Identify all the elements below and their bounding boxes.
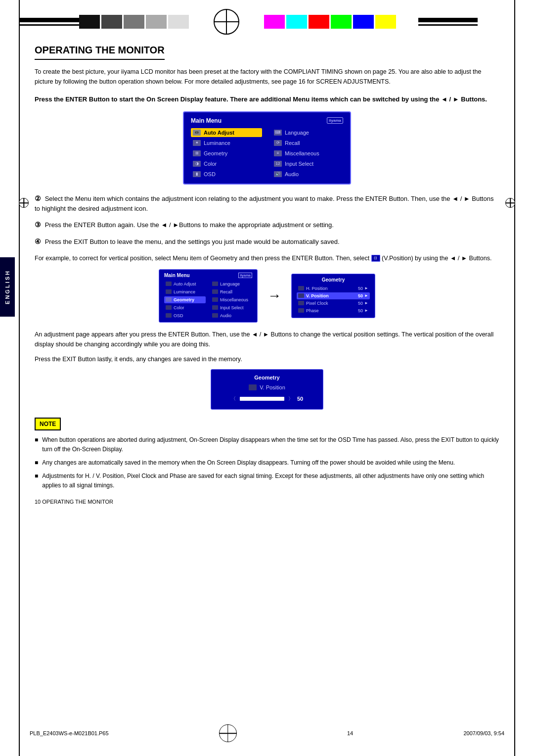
phase-icon: [298, 308, 304, 313]
step-3-number: ③: [35, 221, 41, 229]
step-2: ② Select the Menu item which contains th…: [35, 193, 499, 214]
note-section: NOTE ■ When button operations are aborte…: [35, 418, 499, 491]
v-position-icon: ⊡: [371, 255, 380, 262]
step-4-number: ④: [35, 237, 41, 245]
small-lang-label: Language: [220, 282, 240, 286]
small-item-geo: Geometry: [164, 296, 206, 303]
osd-item-audio: 🔊 Audio: [272, 170, 343, 179]
note-text-2: Any changes are automatically saved in t…: [42, 458, 455, 468]
note-text-1: When button operations are aborted durin…: [42, 435, 499, 454]
bold-instruction: Press the ENTER Button to start the On S…: [35, 94, 499, 104]
misc-icon: ≡: [274, 150, 282, 156]
footer-right: 2007/09/03, 9:54: [463, 730, 504, 736]
small-osd-icon: [166, 313, 172, 318]
osd-label-auto-adjust: Auto Adjust: [204, 130, 234, 136]
osd-item-recall: ⟳ Recall: [272, 139, 343, 147]
small-misc-icon: [212, 297, 218, 302]
geo-item-phase: Phase 50 ►: [297, 307, 370, 314]
color-block-red: [309, 15, 329, 29]
small-menu-title-text: Main Menu: [164, 273, 190, 278]
arrow-right: →: [267, 288, 281, 304]
small-item-input: Input Select: [211, 304, 252, 311]
top-decoration-bar: [0, 0, 534, 40]
small-input-icon: [212, 305, 218, 310]
color-block-yellow: [375, 15, 396, 29]
geo-pos-item: V. Position: [231, 384, 303, 390]
footer-center: 14: [347, 730, 353, 736]
osd-item-language: ⌨ Language: [272, 128, 343, 137]
color-block-mid: [124, 15, 144, 29]
thin-line: [20, 24, 79, 26]
small-geo-icon: [166, 297, 172, 302]
top-left-lines: [20, 18, 79, 26]
color-block-magenta: [264, 15, 285, 29]
geo-phase-val: 50 ►: [358, 308, 368, 313]
note-items: ■ When button operations are aborted dur…: [35, 435, 499, 491]
geometry-icon: ⊞: [193, 150, 201, 156]
page-number: 10 OPERATING THE MONITOR: [35, 499, 499, 505]
small-auto-label: Auto Adjust: [174, 282, 196, 286]
small-logo: iiyama: [238, 273, 252, 278]
osd-label-audio: Audio: [285, 171, 299, 177]
small-audio-label: Audio: [220, 313, 231, 318]
color-icon: ◑: [193, 161, 201, 167]
osd-label-geometry: Geometry: [204, 150, 227, 156]
small-item-misc: Miscellaneous: [211, 296, 252, 303]
side-line-right: [514, 0, 515, 756]
osd-item-auto-adjust: ▭ Auto Adjust: [191, 128, 262, 137]
osd-label-language: Language: [285, 130, 309, 136]
geo-pixel-val: 50 ►: [358, 301, 368, 306]
step-4: ④ Press the EXIT Button to leave the men…: [35, 236, 499, 247]
osd-label-luminance: Luminance: [204, 140, 230, 146]
geo-item-pixel: Pixel Clock 50 ►: [297, 300, 370, 307]
color-block-green: [331, 15, 352, 29]
thick-line: [20, 18, 79, 22]
geo-phase-number: 50: [358, 308, 363, 313]
sun-icon: ✦: [193, 140, 201, 146]
osd-menu-container: Main Menu iiyama ▭ Auto Adjust ⌨ Languag…: [35, 111, 499, 185]
geo-position-box: Geometry V. Position 〈 〉 50: [211, 369, 323, 410]
note-item-2: ■ Any changes are automatically saved in…: [35, 458, 499, 468]
input-icon: 12: [274, 161, 282, 167]
geo-pos-slider-row: 〈 〉 50: [231, 395, 303, 402]
small-osd-label: OSD: [174, 313, 183, 318]
recall-icon: ⟳: [274, 140, 282, 146]
step-4-text: Press the EXIT Button to leave the menu,…: [45, 238, 340, 245]
geo-item-v-pos: V. Position 50 ►: [297, 292, 370, 299]
small-lang-icon: [212, 282, 218, 286]
osd-item-color: ◑ Color: [191, 159, 262, 168]
geo-h-number: 50: [358, 286, 363, 291]
footer-left: PLB_E2403WS-e-M021B01.P65: [30, 730, 109, 736]
v-pos-icon: [298, 293, 304, 298]
geo-h-label: H. Position: [306, 286, 328, 291]
small-recall-icon: [212, 289, 218, 294]
geo-v-arrow: ►: [364, 293, 368, 298]
osd-label-osd: OSD: [204, 171, 216, 177]
small-input-label: Input Select: [220, 305, 244, 310]
small-item-osd: OSD: [164, 312, 206, 319]
geo-pos-left-arrow: 〈: [231, 395, 236, 402]
page-title: OPERATING THE MONITOR: [35, 45, 165, 60]
osd-label-recall: Recall: [285, 140, 300, 146]
color-block-light: [146, 15, 167, 29]
geo-pos-title: Geometry: [231, 375, 303, 380]
note-item-3: ■ Adjustments for H. / V. Position, Pixe…: [35, 472, 499, 490]
osd-menu-title-text: Main Menu: [191, 117, 222, 124]
geo-pixel-arrow: ►: [364, 301, 368, 305]
small-item-color: Color: [164, 304, 206, 311]
intro-paragraph: To create the best picture, your iiyama …: [35, 67, 499, 87]
note-box: NOTE: [35, 418, 61, 430]
osd-icon: ▮: [193, 171, 201, 177]
geo-pixel-label: Pixel Clock: [306, 301, 328, 306]
small-item-lum: Luminance: [164, 288, 206, 295]
step-3-text: Press the ENTER Button again. Use the ◄ …: [45, 221, 334, 229]
osd-label-input-select: Input Select: [285, 161, 313, 167]
color-block-blue: [353, 15, 374, 29]
note-bullet-1: ■: [35, 435, 38, 445]
small-main-menu: Main Menu iiyama Auto Adjust Language Lu…: [159, 269, 258, 323]
small-item-audio: Audio: [211, 312, 252, 319]
small-sun-icon: [166, 289, 172, 294]
osd-label-color: Color: [204, 161, 217, 167]
footer-crosshair: [219, 724, 237, 742]
note-bullet-2: ■: [35, 458, 38, 468]
